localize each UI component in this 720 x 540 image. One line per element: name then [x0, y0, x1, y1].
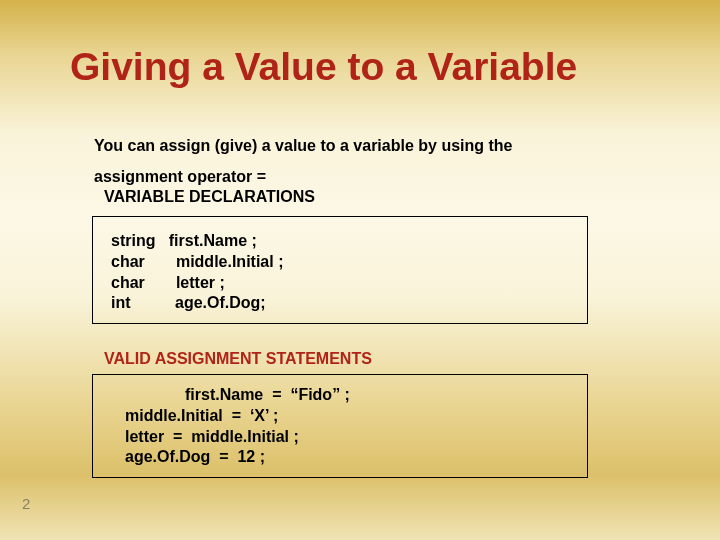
assign-line-4: age.Of.Dog = 12 ; — [125, 447, 569, 468]
decl-line-1: string first.Name ; — [111, 231, 569, 252]
code-box-assignments: first.Name = “Fido” ; middle.Initial = ‘… — [92, 374, 588, 478]
decl-line-3: char letter ; — [111, 273, 569, 294]
decl-line-4: int age.Of.Dog; — [111, 293, 569, 314]
decl-line-2: char middle.Initial ; — [111, 252, 569, 273]
assign-line-2: middle.Initial = ‘X’ ; — [125, 406, 569, 427]
assign-line-1: first.Name = “Fido” ; — [125, 385, 569, 406]
slide-title: Giving a Value to a Variable — [70, 46, 577, 89]
section-heading-assignments: VALID ASSIGNMENT STATEMENTS — [104, 350, 372, 368]
intro-line-2: assignment operator = — [94, 168, 266, 186]
assign-line-3: letter = middle.Initial ; — [125, 427, 569, 448]
intro-line-1: You can assign (give) a value to a varia… — [94, 132, 660, 159]
slide: Giving a Value to a Variable You can ass… — [0, 0, 720, 540]
code-box-declarations: string first.Name ; char middle.Initial … — [92, 216, 588, 324]
page-number: 2 — [22, 495, 30, 512]
section-heading-declarations: VARIABLE DECLARATIONS — [104, 188, 315, 206]
